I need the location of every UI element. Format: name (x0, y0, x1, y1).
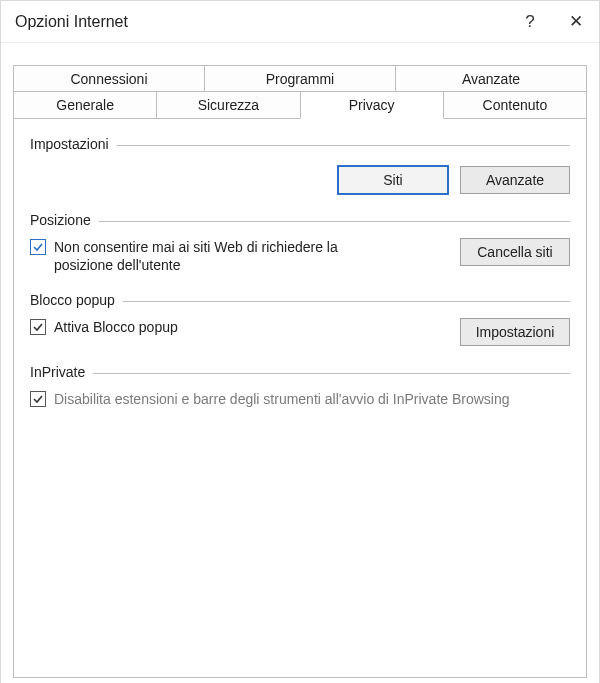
checkbox-inprivate[interactable] (30, 391, 46, 407)
tabs-area: Connessioni Programmi Avanzate Generale … (1, 43, 599, 678)
tab-privacy[interactable]: Privacy (300, 91, 444, 119)
avanzate-button[interactable]: Avanzate (460, 166, 570, 194)
section-header-inprivate: InPrivate (30, 364, 570, 380)
tab-avanzate-top[interactable]: Avanzate (395, 65, 587, 92)
cancella-siti-button[interactable]: Cancella siti (460, 238, 570, 266)
section-title-inprivate: InPrivate (30, 364, 93, 380)
check-row-posizione: Non consentire mai ai siti Web di richie… (30, 238, 354, 274)
divider-line (117, 145, 570, 146)
section-blocco-popup: Blocco popup Attiva Blocco popup Imposta… (30, 292, 570, 346)
close-button[interactable]: ✕ (553, 1, 599, 43)
close-icon: ✕ (569, 11, 583, 32)
checkbox-blocco-popup[interactable] (30, 319, 46, 335)
checkbox-label-posizione: Non consentire mai ai siti Web di richie… (54, 238, 354, 274)
section-header-blocco-popup: Blocco popup (30, 292, 570, 308)
section-inprivate: InPrivate Disabilita estensioni e barre … (30, 364, 570, 408)
checkbox-label-blocco-popup: Attiva Blocco popup (54, 318, 178, 336)
divider-line (93, 373, 570, 374)
check-row-inprivate: Disabilita estensioni e barre degli stru… (30, 390, 510, 408)
checkmark-icon (32, 241, 44, 253)
impostazioni-popup-button[interactable]: Impostazioni (460, 318, 570, 346)
tab-generale[interactable]: Generale (13, 91, 157, 119)
tab-contenuto[interactable]: Contenuto (443, 91, 587, 119)
help-icon: ? (525, 12, 534, 32)
checkbox-label-inprivate: Disabilita estensioni e barre degli stru… (54, 390, 510, 408)
titlebar: Opzioni Internet ? ✕ (1, 1, 599, 43)
section-title-blocco-popup: Blocco popup (30, 292, 123, 308)
checkbox-posizione[interactable] (30, 239, 46, 255)
siti-button[interactable]: Siti (338, 166, 448, 194)
tab-row-bottom: Generale Sicurezza Privacy Contenuto (13, 91, 587, 119)
section-title-posizione: Posizione (30, 212, 99, 228)
tab-panel-privacy: Impostazioni Siti Avanzate Posizione Non… (13, 118, 587, 678)
section-header-posizione: Posizione (30, 212, 570, 228)
section-title-impostazioni: Impostazioni (30, 136, 117, 152)
section-impostazioni: Impostazioni Siti Avanzate (30, 136, 570, 194)
checkmark-icon (32, 321, 44, 333)
checkmark-icon (32, 393, 44, 405)
help-button[interactable]: ? (507, 1, 553, 43)
tab-programmi[interactable]: Programmi (204, 65, 396, 92)
window-title: Opzioni Internet (15, 13, 507, 31)
section-posizione: Posizione Non consentire mai ai siti Web… (30, 212, 570, 274)
tab-sicurezza[interactable]: Sicurezza (156, 91, 300, 119)
check-row-blocco-popup: Attiva Blocco popup (30, 318, 178, 336)
section-header-impostazioni: Impostazioni (30, 136, 570, 152)
divider-line (123, 301, 570, 302)
tab-connessioni[interactable]: Connessioni (13, 65, 205, 92)
tab-row-top: Connessioni Programmi Avanzate (13, 65, 587, 92)
divider-line (99, 221, 570, 222)
